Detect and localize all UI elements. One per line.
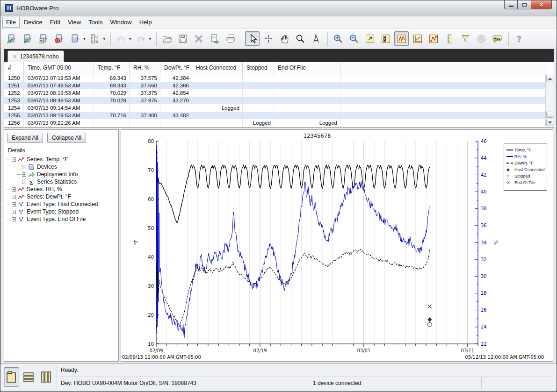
tree-item-label[interactable]: Event Type: Host Connected	[27, 201, 98, 207]
table-scrollbar[interactable]	[545, 74, 554, 127]
expand-box-icon[interactable]: +	[12, 187, 16, 192]
save-button[interactable]	[175, 31, 190, 46]
column-header-eof[interactable]: End Of File	[274, 62, 340, 74]
close-file-button[interactable]	[191, 31, 206, 46]
column-header-host[interactable]: Host Connected	[192, 62, 243, 74]
minimize-button[interactable]	[504, 0, 518, 9]
help-button[interactable]: ?	[512, 31, 526, 46]
tree-item-label[interactable]: Devices	[37, 164, 57, 170]
view-graph-icon	[396, 33, 407, 44]
document-tab[interactable]: ✕ 12345678.hobo	[7, 50, 64, 62]
collapse-box-icon[interactable]: -	[12, 157, 16, 162]
filter-button[interactable]	[458, 31, 472, 46]
scroll-down-button[interactable]	[546, 119, 553, 126]
maximize-button[interactable]	[518, 0, 531, 9]
menu-item-view[interactable]: View	[65, 17, 84, 27]
pointer-button[interactable]	[245, 31, 260, 46]
units-us-button[interactable]: US	[88, 31, 102, 46]
collapse-all-button[interactable]: Collapse All	[47, 133, 86, 143]
layout-single-button[interactable]	[4, 367, 19, 387]
tree-item[interactable]: -Series: Temp, °F	[7, 156, 116, 163]
dropdown-arrow-icon[interactable]: ▾	[83, 36, 86, 41]
view-graph-button[interactable]	[394, 31, 409, 46]
cell-time: 03/07/13 09:21:26 AM	[24, 119, 94, 127]
menu-item-tools[interactable]: Tools	[85, 17, 106, 27]
tree-item-label[interactable]: Series: DewPt, °F	[27, 193, 71, 200]
tree-item-label[interactable]: Series: Temp, °F	[27, 156, 68, 163]
zoom-out-button[interactable]	[347, 31, 361, 46]
measure-button[interactable]	[309, 31, 323, 46]
column-header-temp[interactable]: Temp, °F	[94, 62, 130, 74]
tree-item[interactable]: +Devices	[7, 163, 116, 171]
expand-box-icon[interactable]: +	[12, 210, 16, 214]
ruler-button[interactable]	[442, 31, 456, 46]
column-header-rh[interactable]: RH, %	[130, 62, 160, 74]
scroll-up-button[interactable]	[546, 75, 553, 82]
titlebar[interactable]: H HOBOware Pro ✕	[0, 0, 557, 16]
crosshair-button[interactable]	[261, 31, 275, 46]
abc-button[interactable]: Abc	[490, 31, 504, 46]
table-row[interactable]: 125203/07/13 08:19:53 AM70.02937.37542.8…	[4, 89, 546, 97]
export-button[interactable]	[207, 31, 222, 46]
annotate-graph-button[interactable]	[410, 31, 425, 46]
menu-item-device[interactable]: Device	[21, 17, 46, 27]
table-row[interactable]: 125303/07/13 08:49:53 AM70.02937.97543.2…	[4, 97, 546, 104]
table-row[interactable]: 125503/07/13 09:19:53 AM70.71637.40043.4…	[4, 112, 546, 119]
mark-points-button[interactable]	[426, 31, 441, 46]
magnify-button[interactable]	[293, 31, 307, 46]
select-series-button[interactable]	[378, 31, 393, 46]
plot-canvas[interactable]: 1020304050607080°F2224262830323436384042…	[121, 130, 553, 361]
expand-box-icon[interactable]: +	[12, 202, 16, 207]
column-header-time[interactable]: Time, GMT-05:00	[24, 62, 94, 74]
expand-box-icon[interactable]: +	[22, 180, 26, 184]
expand-box-icon[interactable]: +	[12, 217, 16, 221]
tree-item-label[interactable]: Event Type: Stopped	[27, 208, 79, 215]
expand-all-button[interactable]: Expand All	[7, 133, 43, 143]
readout-device-button[interactable]	[4, 31, 19, 46]
layout-vertical-button[interactable]	[38, 367, 53, 387]
stop-device-button[interactable]	[52, 31, 66, 46]
tree-item[interactable]: +ΣSeries Statistics	[7, 178, 116, 185]
tree-item[interactable]: +Event Type: End Of File	[7, 215, 116, 223]
plot-device-button[interactable]	[36, 31, 51, 46]
tree-item-label[interactable]: Series: RH, %	[27, 186, 62, 192]
menu-item-file[interactable]: File	[2, 17, 20, 28]
tree-item[interactable]: +Event Type: Host Connected	[7, 200, 116, 208]
menu-item-edit[interactable]: Edit	[47, 17, 64, 27]
layout-horizontal-button[interactable]	[21, 367, 36, 387]
tree-item-label[interactable]: Event Type: End Of File	[27, 216, 86, 222]
menu-item-help[interactable]: Help	[136, 17, 155, 27]
table-row[interactable]: 125603/07/13 09:21:26 AMLoggedLogged	[4, 119, 546, 127]
tree-item[interactable]: +Series: DewPt, °F	[7, 193, 116, 200]
hand-button[interactable]	[277, 31, 291, 46]
expand-box-icon[interactable]: +	[12, 195, 16, 199]
column-header-stopped[interactable]: Stopped	[243, 62, 274, 74]
device-status-button[interactable]	[68, 31, 82, 46]
tree-item[interactable]: +Event Type: Stopped	[7, 208, 116, 215]
column-header-dewpt[interactable]: DewPt, °F	[160, 62, 192, 74]
scrollbar-thumb[interactable]	[546, 112, 553, 118]
menu-item-window[interactable]: Window	[107, 17, 135, 27]
tab-close-icon[interactable]: ✕	[13, 54, 17, 60]
cell-stopped: Logged	[243, 119, 274, 127]
tree-item[interactable]: +Series: RH, %	[7, 185, 116, 193]
dropdown-arrow-icon[interactable]: ▾	[103, 36, 106, 41]
print-button[interactable]	[223, 31, 238, 46]
zoom-in-button[interactable]	[331, 31, 345, 46]
cell-time: 03/07/13 08:49:53 AM	[24, 97, 94, 104]
tree-item-label[interactable]: Series Statistics	[37, 178, 77, 185]
expand-box-icon[interactable]: +	[22, 172, 26, 177]
tree-item-label[interactable]: Deployment Info	[37, 171, 78, 178]
column-header-num[interactable]: #	[4, 62, 24, 74]
table-row[interactable]: 125103/07/13 07:49:53 AM69.34337.55042.3…	[4, 82, 546, 89]
tree-item[interactable]: +Deployment Info	[7, 171, 116, 178]
open-button[interactable]	[159, 31, 174, 46]
legend-entry: ✕End Of File	[506, 180, 544, 185]
table-row[interactable]: 125403/07/13 09:14:54 AMLogged	[4, 104, 546, 112]
expand-box-icon[interactable]: +	[22, 165, 26, 169]
legend-swatch-x-icon: ✕	[506, 180, 514, 185]
resize-button[interactable]	[362, 31, 377, 46]
close-button[interactable]: ✕	[531, 0, 552, 9]
load-device-button[interactable]	[20, 31, 35, 46]
table-row[interactable]: 125003/07/13 07:19:53 AM69.34337.57542.3…	[4, 74, 546, 82]
